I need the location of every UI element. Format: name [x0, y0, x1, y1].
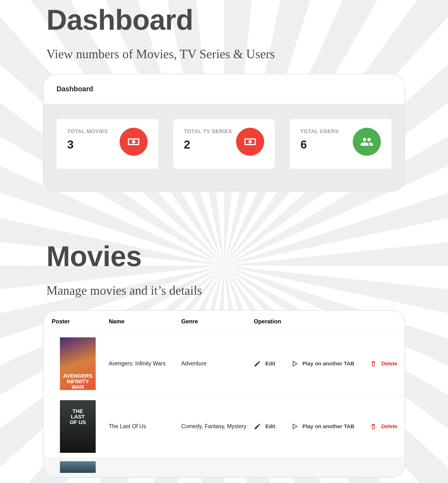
movie-name: Avengers: Infinity Wars — [109, 360, 181, 367]
stat-total-movies: TOTAL MOVIES 3 — [56, 119, 158, 169]
stat-label: TOTAL MOVIES — [67, 128, 108, 134]
play-label: Play on another TAB — [303, 361, 354, 367]
trash-icon — [370, 360, 377, 367]
stat-value: 3 — [67, 138, 108, 151]
column-name: Name — [109, 318, 181, 325]
table-row — [43, 458, 405, 477]
play-label: Play on another TAB — [303, 423, 354, 430]
section-title: Movies — [46, 240, 448, 273]
dashboard-card-title: Dashboard — [56, 85, 93, 93]
movie-poster — [60, 461, 96, 473]
dashboard-card: Dashboard TOTAL MOVIES 3 TOTAL TV SERIES… — [43, 74, 405, 192]
delete-label: Delete — [381, 361, 397, 367]
delete-label: Delete — [381, 423, 397, 430]
section-subtitle: Manage movies and it’s details — [46, 283, 448, 297]
stat-total-tv-series: TOTAL TV SERIES 2 — [173, 119, 275, 169]
stat-label: TOTAL USERS — [300, 128, 338, 134]
table-row: AVENGERSINFINITY WAR Avengers: Infinity … — [43, 332, 405, 395]
stat-value: 2 — [184, 138, 232, 151]
pencil-icon — [254, 423, 261, 430]
page-subtitle: View numbers of Movies, TV Series & User… — [46, 47, 448, 61]
play-button[interactable]: Play on another TAB — [291, 423, 354, 430]
pencil-icon — [254, 360, 261, 367]
users-icon — [353, 128, 381, 156]
table-header: Poster Name Genre Operation — [43, 311, 405, 332]
edit-label: Edit — [265, 423, 275, 430]
stat-value: 6 — [300, 138, 338, 151]
stat-label: TOTAL TV SERIES — [184, 128, 232, 134]
column-genre: Genre — [181, 318, 254, 325]
table-row: THELASTOF US The Last Of Us Comedy, Fant… — [43, 395, 405, 458]
play-icon — [291, 360, 298, 367]
play-button[interactable]: Play on another TAB — [291, 360, 354, 367]
movie-name: The Last Of Us — [109, 423, 181, 430]
column-operation: Operation — [254, 318, 405, 325]
page-title: Dashboard — [46, 3, 448, 36]
dashboard-card-body: TOTAL MOVIES 3 TOTAL TV SERIES 2 TOTAL — [43, 104, 405, 191]
movie-poster: AVENGERSINFINITY WAR — [60, 337, 96, 390]
movies-table: Poster Name Genre Operation AVENGERSINFI… — [43, 310, 405, 478]
delete-button[interactable]: Delete — [370, 360, 397, 367]
money-100-icon — [236, 128, 264, 156]
stat-total-users: TOTAL USERS 6 — [290, 119, 392, 169]
dashboard-card-header: Dashboard — [43, 74, 405, 104]
edit-button[interactable]: Edit — [254, 360, 275, 367]
delete-button[interactable]: Delete — [370, 423, 397, 430]
edit-label: Edit — [265, 361, 275, 367]
movie-genre: Adventure — [181, 360, 254, 367]
trash-icon — [370, 423, 377, 430]
column-poster: Poster — [43, 318, 109, 325]
play-icon — [291, 423, 298, 430]
movie-genre: Comedy, Fantasy, Mystery — [181, 423, 254, 430]
money-100-icon — [120, 128, 148, 156]
edit-button[interactable]: Edit — [254, 423, 275, 430]
movie-poster: THELASTOF US — [60, 400, 96, 453]
